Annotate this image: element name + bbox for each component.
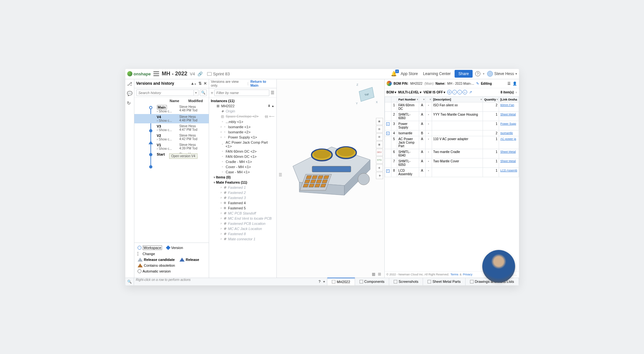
tree-item[interactable]: ▫ FAN 60mm DC <2> [209,149,276,154]
instances-header[interactable]: Instances (11) [209,98,276,103]
nav-first-icon[interactable]: ⟲ [447,90,452,94]
bom-row[interactable]: 7SHMTL-6050A◦Two Mantle Cover1Sheet Meta… [385,158,519,168]
ruler-icon-1[interactable]: ▦ [372,272,375,276]
notifications-icon[interactable]: 🔔2 [391,71,397,77]
version-chip[interactable]: V4 [190,72,195,76]
create-version-icon[interactable]: ▲₊ [191,81,197,86]
canvas-list-icon[interactable]: ☰ [279,173,282,177]
tree-item[interactable]: › ▫ Isomantle <2> [209,129,276,135]
brand-logo[interactable]: onshape [127,71,151,76]
pencil-icon[interactable]: ✎ [476,81,479,86]
cube-top-face[interactable]: Top [359,87,374,102]
hamburger-icon[interactable] [153,72,159,76]
nav-prev-icon[interactable]: ‹ [452,90,457,94]
user-menu[interactable]: Steve Hess ▾ [487,71,517,77]
bom-user-icon[interactable]: 👤 [513,81,517,86]
tree-item[interactable]: ▫ Case - MH <1> [209,169,276,175]
filter-name-input[interactable] [214,90,269,96]
mate-item[interactable]: › ⊗ Mate connector 1 [209,236,276,242]
help-icon[interactable]: ? [475,71,480,76]
tree-item[interactable]: › ▫ Power Supply <1> [209,135,276,140]
triangle-icon[interactable]: ▲ [272,104,274,108]
tree-item[interactable]: ▫ ...mbly <1> [209,119,276,124]
mates-header[interactable]: ▾ Mate Features (11) [209,180,276,185]
3d-canvas[interactable]: Top Z X Y ▦ ▧ ▨ ▩ DEV STG ◐ ◑ [277,79,384,278]
nav-last-icon[interactable]: » [463,90,467,94]
version-row[interactable]: Main› Show c...Steve Hess4:48 PM Tod [134,104,209,114]
bom-row[interactable]: 6SHMTL-6040A◦Two mantle Cradle1Sheet Met… [385,149,519,158]
document-title[interactable]: MH - 2022 [162,71,187,77]
view-cube[interactable]: Top Z X Y [355,82,378,105]
return-to-main-link[interactable]: Return to Main [250,80,274,87]
bom-dd[interactable]: BOM ▾ [387,91,396,94]
tree-item[interactable]: ▫ FAN 60mm DC <1> [209,154,276,159]
side-tool-7[interactable]: ◐ [376,164,383,171]
history-icon[interactable]: ↻ [127,100,132,106]
list-view-icon[interactable]: ☰ [271,90,274,95]
expand-icon[interactable]: + [386,169,389,173]
bom-row[interactable]: 1FAN 60mm DCA◦ISO Fan silent xx260mm Fan [385,102,519,111]
search-button[interactable]: 🔍 [200,90,207,96]
row-icon-b[interactable]: ⟵ [269,114,274,119]
side-tool-4[interactable]: ▩ [376,141,383,148]
tab[interactable]: MH2022 [327,278,355,285]
bom-row[interactable]: +3Power SupplyA◦1Power Supp [385,121,519,130]
tab-help-icon[interactable]: ? [319,280,321,283]
compare-icon[interactable]: ⇅ [198,81,202,86]
bom-row[interactable]: 2SHMTL-6060A◦YYY Two Mantle Case Housing… [385,111,519,121]
bom-row[interactable]: +4IsomantleB◦2Isomantle [385,130,519,136]
share-button[interactable]: Share [455,70,473,78]
graph-icon[interactable]: ⎇ [127,81,132,86]
view-dd[interactable]: VIEW IS OFF ▾ [423,91,445,94]
comments-icon[interactable]: 💬 [127,91,132,96]
folder-breadcrumb[interactable]: Sprint 83 [207,72,230,76]
side-tool-3[interactable]: ▨ [376,133,383,140]
mate-item[interactable]: › ⊗ Fastened 1 [209,185,276,190]
tree-item[interactable]: ▫ Cover - MH <1> [209,164,276,169]
tab[interactable]: Screenshots [389,278,423,285]
expand-icon[interactable]: + [386,122,389,126]
side-tool-1[interactable]: ▦ [376,118,383,125]
appstore-link[interactable]: App Store [399,72,419,76]
side-tool-2[interactable]: ▧ [376,126,383,133]
tree-space-envelope[interactable]: ◫Space Envelope <2>▤⟵ [209,114,276,119]
close-icon[interactable]: ✕ [204,81,207,86]
tree-origin[interactable]: ◈Origin [209,109,276,114]
tab[interactable]: Sheet Metal Parts [423,278,465,285]
mate-item[interactable]: › ⊗ MC AC Jack Location [209,226,276,231]
search-history-input[interactable] [136,90,194,96]
tab-add-icon[interactable]: + [323,280,325,283]
collapse-icon[interactable]: ‹ [516,90,517,94]
help-dropdown-icon[interactable]: ▾ [483,72,485,75]
tab-search-icon[interactable]: 🔍 [127,280,132,284]
tree-root[interactable]: ▦ MH2022 ⬇ ▲ [209,103,276,109]
tree-item[interactable]: ▫ AC Power Jack Comp Part <1> [209,140,276,149]
filter-icon[interactable]: ▿ [211,91,213,95]
expand-icon[interactable]: + [386,132,389,135]
bom-row[interactable]: 5AC Power Jack Comp PartA◦110 V AC power… [385,136,519,149]
bom-row[interactable]: +8LCD AssemblyA◦1LCD Assemb [385,168,519,177]
mate-item[interactable]: › ⊗ Fastened 2 [209,190,276,195]
bom-menu-icon[interactable]: ☰ [507,81,511,86]
footer-privacy-link[interactable]: Privacy [463,273,473,276]
learning-link[interactable]: Learning Center [422,72,452,76]
version-row[interactable]: V1› Show c...Steve Hess4:39 PM Tod [134,142,209,151]
side-tool-dev[interactable]: DEV [376,149,383,156]
ruler-icon-2[interactable]: ⊞ [378,272,381,276]
mate-item[interactable]: › ⊗ MC End Vent to locate PCB [209,216,276,221]
side-tool-8[interactable]: ◑ [376,172,383,179]
tree-item[interactable]: › ▫ Isomantle <1> [209,124,276,129]
mate-item[interactable]: › ⊗ Fastened 3 [209,195,276,200]
nav-next-icon[interactable]: › [457,90,462,94]
mate-item[interactable]: › ⊗ Fastened PCB Location [209,221,276,226]
version-row[interactable]: V4› Show c...Steve Hess4:48 PM Tod [134,114,209,123]
export-icon[interactable]: ↗ [469,90,472,94]
items-header[interactable]: ▾ Items (0) [209,175,276,180]
mate-item[interactable]: › ⊗ Fastened 4 [209,200,276,206]
footer-terms-link[interactable]: Terms [450,273,458,276]
version-row[interactable]: V2› Show c...Steve Hess4:42 PM Tod [134,133,209,142]
version-row[interactable]: V3› Show c...Steve Hess4:47 PM Tod [134,123,209,133]
row-icon-a[interactable]: ▤ [265,114,268,119]
tree-item[interactable]: ▫ Cradle - MH <1> [209,159,276,164]
side-tool-stg[interactable]: STG [376,157,383,164]
